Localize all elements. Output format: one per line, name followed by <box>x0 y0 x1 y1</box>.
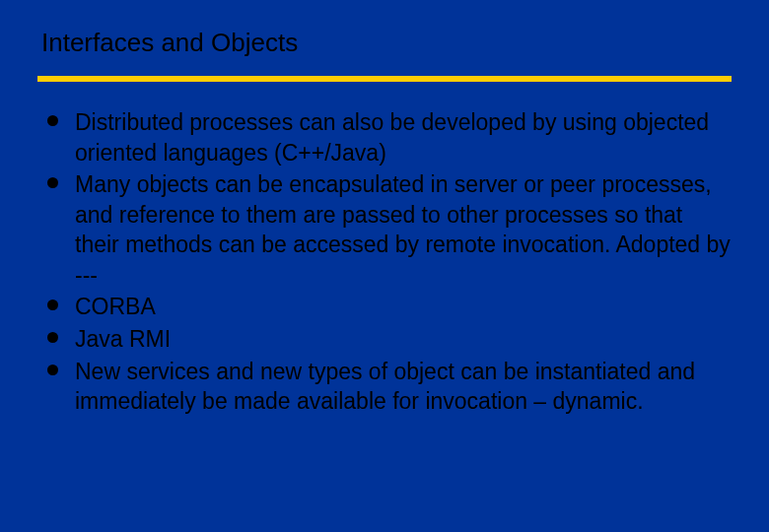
bullet-icon <box>47 365 58 375</box>
bullet-text: Java RMI <box>75 326 171 352</box>
bullet-text: Distributed processes can also be develo… <box>75 109 709 166</box>
bullet-text: New services and new types of object can… <box>75 359 695 415</box>
bullet-text: Many objects can be encapsulated in serv… <box>75 171 731 288</box>
bullet-icon <box>47 299 58 310</box>
bullet-icon <box>47 332 58 343</box>
bullet-list: Distributed processes can also be develo… <box>37 107 732 417</box>
list-item: Distributed processes can also be develo… <box>45 107 732 167</box>
list-item: New services and new types of object can… <box>45 357 732 417</box>
page-title: Interfaces and Objects <box>41 28 732 58</box>
list-item: CORBA <box>45 292 732 322</box>
slide: Interfaces and Objects Distributed proce… <box>0 0 769 532</box>
title-rule <box>37 76 732 82</box>
bullet-icon <box>47 177 58 188</box>
bullet-icon <box>47 115 58 126</box>
list-item: Java RMI <box>45 324 732 355</box>
list-item: Many objects can be encapsulated in serv… <box>45 169 732 290</box>
bullet-text: CORBA <box>75 294 156 319</box>
